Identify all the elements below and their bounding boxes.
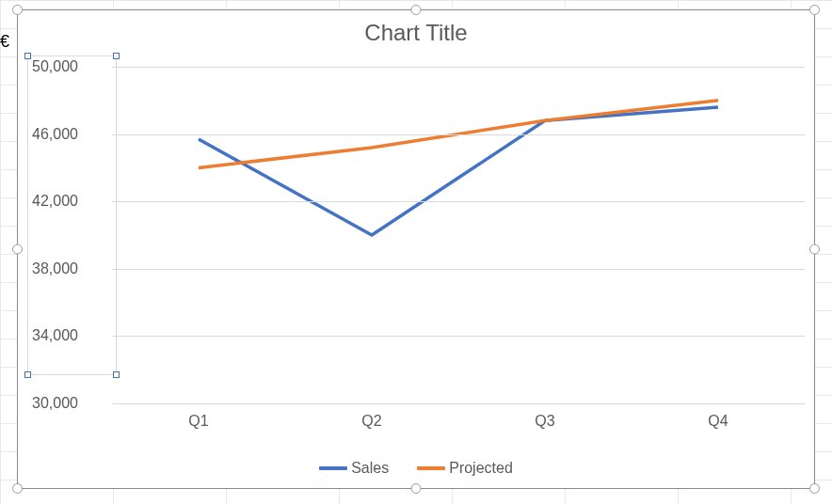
legend-label: Sales [351, 460, 389, 477]
gridline [112, 269, 805, 270]
y-tick-label: 38,000 [32, 260, 103, 277]
resize-handle-right-icon[interactable] [809, 244, 820, 255]
y-tick-label: 46,000 [32, 126, 103, 143]
x-tick-label: Q2 [361, 413, 381, 430]
chart-lines [112, 67, 805, 403]
resize-handle-top-left-icon[interactable] [12, 5, 23, 15]
series-line[interactable] [199, 107, 718, 235]
resize-handle-bottom-left-icon[interactable] [12, 483, 23, 494]
chart-legend[interactable]: SalesProjected [18, 460, 814, 477]
x-tick-label: Q4 [708, 413, 728, 430]
y-tick-label: 42,000 [32, 193, 103, 210]
resize-handle-top-icon[interactable] [411, 5, 422, 15]
y-tick-label: 50,000 [32, 58, 103, 75]
x-tick-label: Q3 [535, 413, 554, 430]
resize-handle-bottom-right-icon[interactable] [809, 483, 820, 494]
legend-item[interactable]: Projected [417, 460, 513, 477]
y-tick-label: 34,000 [32, 327, 103, 344]
chart-object[interactable]: Chart Title 30,00034,00038,00042,00046,0… [17, 9, 815, 489]
resize-handle-bottom-icon[interactable] [411, 483, 422, 494]
gridline [112, 67, 805, 68]
legend-item[interactable]: Sales [319, 460, 389, 477]
gridline [112, 201, 805, 202]
gridline [112, 134, 805, 135]
plot-area[interactable]: 30,00034,00038,00042,00046,00050,000Q1Q2… [112, 67, 805, 403]
resize-handle-top-right-icon[interactable] [809, 5, 820, 15]
y-tick-label: 30,000 [32, 395, 103, 412]
legend-swatch-icon [417, 466, 445, 470]
chart-title[interactable]: Chart Title [18, 10, 814, 52]
legend-swatch-icon [319, 466, 347, 470]
legend-label: Projected [449, 460, 513, 477]
gridline [112, 403, 805, 404]
gridline [112, 336, 805, 337]
x-tick-label: Q1 [188, 413, 208, 430]
resize-handle-left-icon[interactable] [12, 244, 23, 255]
plot-wrap: 30,00034,00038,00042,00046,00050,000Q1Q2… [18, 52, 805, 432]
cell-content-truncated: € [0, 32, 9, 52]
